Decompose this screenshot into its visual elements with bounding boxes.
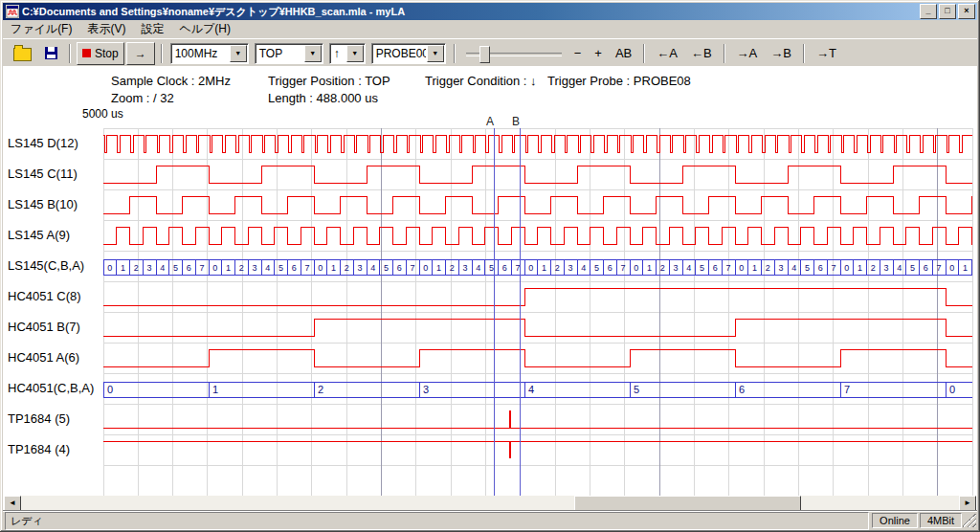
bus-value: 1 xyxy=(647,263,652,273)
zoom-in-button[interactable]: + xyxy=(589,42,608,65)
chevron-down-icon[interactable]: ▼ xyxy=(427,45,444,62)
zoom-slider-thumb[interactable] xyxy=(479,46,490,63)
bus-value: 4 xyxy=(581,263,586,273)
bus-value: 2 xyxy=(345,263,349,273)
goto-prev-b-button[interactable]: ←B xyxy=(685,42,718,65)
bus-value: 1 xyxy=(121,263,125,273)
bus-value: 7 xyxy=(305,263,310,273)
trigger-probe-value: PROBE00 xyxy=(372,47,426,60)
bus-value: 1 xyxy=(542,263,546,273)
bus-value: 5 xyxy=(278,263,283,273)
status-online-badge: Online xyxy=(872,513,918,528)
channel-label: HC4051(C,B,A) xyxy=(8,381,94,395)
bus-value: 3 xyxy=(463,263,468,273)
bus-value: 6 xyxy=(292,263,297,273)
bus-value: 7 xyxy=(726,263,731,273)
zoom-slider[interactable] xyxy=(466,43,562,64)
bus-value: 4 xyxy=(370,263,375,273)
channel-label: TP1684 (4) xyxy=(8,442,70,456)
channel-label: HC4051 B(7) xyxy=(8,320,80,334)
trigger-edge-select[interactable]: ↑ ▼ xyxy=(329,43,366,64)
bus-value: 7 xyxy=(411,263,415,273)
waveform-trace xyxy=(103,227,972,244)
bus-value: 2 xyxy=(555,263,560,273)
bus-value: 5 xyxy=(805,263,810,273)
bus-value: 4 xyxy=(791,263,796,273)
trigger-condition-text: Trigger Condition : ↓ xyxy=(425,74,537,88)
length-text: Length : 488.000 us xyxy=(268,91,378,105)
menu-item-settings[interactable]: 設定 xyxy=(133,19,171,39)
channel-label: LS145 A(9) xyxy=(8,228,70,242)
status-memory-badge: 4MBit xyxy=(920,513,962,528)
open-button[interactable] xyxy=(8,42,37,65)
bus-value: 0 xyxy=(949,263,954,273)
bus-value: 6 xyxy=(818,263,823,273)
bus-value: 6 xyxy=(739,384,745,395)
goto-next-b-button[interactable]: →B xyxy=(765,42,797,65)
title-bar[interactable]: C:¥Documents and Settings¥noname¥デスクトップ¥… xyxy=(3,3,977,20)
bus-value: 1 xyxy=(212,384,218,395)
ab-range-button[interactable]: AB xyxy=(610,42,637,65)
toolbar: Stop → 100MHz ▼ TOP ▼ ↑ ▼ PROBE00 ▼ − + … xyxy=(3,38,977,67)
minimize-button[interactable]: _ xyxy=(920,4,937,19)
bus-value: 6 xyxy=(608,263,612,273)
maximize-button[interactable]: □ xyxy=(939,4,956,19)
bus-value: 6 xyxy=(397,263,402,273)
chevron-down-icon[interactable]: ▼ xyxy=(230,45,247,62)
sample-clock-text: Sample Clock : 2MHz xyxy=(111,74,231,88)
waveform-trace xyxy=(103,135,972,152)
save-button[interactable] xyxy=(39,42,63,65)
channel-label: LS145 C(11) xyxy=(8,166,78,181)
bus-value: 4 xyxy=(476,263,480,273)
chevron-down-icon[interactable]: ▼ xyxy=(346,45,364,62)
menu-item-view[interactable]: 表示(V) xyxy=(79,19,133,39)
goto-next-a-button[interactable]: →A xyxy=(731,42,764,65)
bus-value: 3 xyxy=(253,263,257,273)
sample-clock-select[interactable]: 100MHz ▼ xyxy=(170,43,249,64)
stop-button[interactable]: Stop xyxy=(77,42,124,65)
run-button[interactable]: → xyxy=(126,42,155,65)
sample-clock-value: 100MHz xyxy=(171,47,229,60)
menu-item-help[interactable]: ヘルプ(H) xyxy=(171,19,238,39)
bus-value: 0 xyxy=(423,263,428,273)
status-bar: レディ Online 4MBit xyxy=(3,511,977,529)
bus-value: 0 xyxy=(634,263,638,273)
bus-value: 6 xyxy=(924,263,928,273)
channel-label: LS145 B(10) xyxy=(8,197,78,211)
bus-value: 1 xyxy=(436,263,441,273)
waveform-trace xyxy=(103,349,972,366)
horizontal-scrollbar[interactable]: ◄ ► xyxy=(4,496,976,511)
trigger-probe-select[interactable]: PROBE00 ▼ xyxy=(371,43,446,64)
chevron-down-icon[interactable]: ▼ xyxy=(304,45,322,62)
bus-value: 2 xyxy=(450,263,455,273)
bus-value: 0 xyxy=(949,384,955,395)
window-title: C:¥Documents and Settings¥noname¥デスクトップ¥… xyxy=(22,5,918,19)
channel-label: LS145(C,B,A) xyxy=(8,258,84,273)
bus-value: 5 xyxy=(173,263,178,273)
bus-value: 2 xyxy=(239,263,244,273)
bus-value: 3 xyxy=(884,263,889,273)
open-folder-icon xyxy=(13,48,32,61)
toolbar-separator xyxy=(803,44,805,63)
bus-value: 3 xyxy=(568,263,573,273)
channel-label: HC4051 A(6) xyxy=(8,350,79,365)
bus-value: 1 xyxy=(858,263,862,273)
bus-value: 0 xyxy=(844,263,849,273)
goto-prev-a-button[interactable]: ←A xyxy=(651,42,683,65)
zoom-text: Zoom : / 32 xyxy=(111,91,174,105)
channel-label: LS145 D(12) xyxy=(8,136,78,150)
bus-value: 4 xyxy=(160,263,165,273)
trigger-position-select[interactable]: TOP ▼ xyxy=(255,43,323,64)
toolbar-separator xyxy=(724,44,725,63)
bus-value: 7 xyxy=(832,263,836,273)
resize-grip[interactable] xyxy=(963,514,976,527)
zoom-out-button[interactable]: − xyxy=(568,42,588,65)
waveform-area[interactable]: LS145 D(12)LS145 C(11)LS145 B(10)LS145 A… xyxy=(0,113,980,496)
menu-item-file[interactable]: ファイル(F) xyxy=(3,19,79,39)
save-floppy-icon xyxy=(45,47,57,59)
bus-value: 0 xyxy=(107,263,112,273)
close-button[interactable]: × xyxy=(958,4,975,19)
goto-trigger-button[interactable]: →T xyxy=(811,42,842,65)
bus-value: 2 xyxy=(660,263,665,273)
app-icon xyxy=(6,5,19,18)
